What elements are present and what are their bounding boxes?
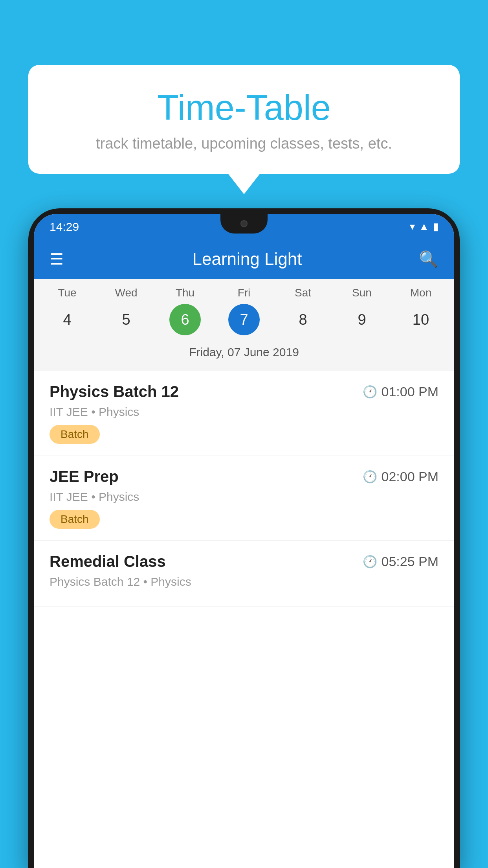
class-time-3: 🕐 05:25 PM	[363, 554, 438, 569]
clock-icon-3: 🕐	[363, 555, 377, 568]
clock-icon-2: 🕐	[363, 470, 377, 484]
batch-badge-2: Batch	[50, 510, 100, 529]
day-7-selected[interactable]: 7	[228, 304, 260, 335]
day-numbers: 4 5 6 7 8 9 10	[34, 304, 454, 335]
selected-date-label: Friday, 07 June 2019	[34, 342, 454, 367]
app-title: Learning Light	[75, 249, 419, 269]
wifi-icon: ▾	[410, 221, 415, 233]
day-label-mon: Mon	[397, 287, 444, 299]
day-label-sat: Sat	[279, 287, 327, 299]
hamburger-icon[interactable]: ☰	[50, 250, 64, 268]
bubble-subtitle: track timetable, upcoming classes, tests…	[48, 135, 440, 152]
day-10[interactable]: 10	[405, 304, 437, 335]
speech-bubble: Time-Table track timetable, upcoming cla…	[28, 65, 460, 174]
status-icons: ▾ ▲ ▮	[410, 221, 438, 233]
day-label-wed: Wed	[103, 287, 150, 299]
class-name-1: Physics Batch 12	[50, 383, 179, 401]
phone-screen: 14:29 ▾ ▲ ▮ ☰ Learning Light 🔍 Tue Wed T…	[34, 214, 454, 868]
status-time: 14:29	[50, 220, 79, 234]
bubble-title: Time-Table	[48, 88, 440, 127]
calendar-strip: Tue Wed Thu Fri Sat Sun Mon 4 5 6 7 8 9 …	[34, 279, 454, 371]
batch-badge-1: Batch	[50, 425, 100, 444]
class-meta-1: IIT JEE • Physics	[50, 405, 438, 419]
phone-notch	[220, 214, 268, 234]
search-icon[interactable]: 🔍	[419, 250, 438, 268]
camera	[240, 220, 248, 227]
clock-icon-1: 🕐	[363, 385, 377, 399]
class-header-2: JEE Prep 🕐 02:00 PM	[50, 468, 438, 485]
class-header-3: Remedial Class 🕐 05:25 PM	[50, 553, 438, 570]
class-name-3: Remedial Class	[50, 553, 166, 570]
day-label-fri: Fri	[220, 287, 268, 299]
class-item-1[interactable]: Physics Batch 12 🕐 01:00 PM IIT JEE • Ph…	[34, 371, 454, 456]
class-meta-2: IIT JEE • Physics	[50, 490, 438, 504]
day-5[interactable]: 5	[110, 304, 142, 335]
day-8[interactable]: 8	[287, 304, 319, 335]
day-labels: Tue Wed Thu Fri Sat Sun Mon	[34, 287, 454, 299]
day-label-thu: Thu	[161, 287, 209, 299]
day-9[interactable]: 9	[346, 304, 378, 335]
phone-frame: 14:29 ▾ ▲ ▮ ☰ Learning Light 🔍 Tue Wed T…	[28, 208, 460, 868]
class-time-value-1: 01:00 PM	[381, 384, 438, 399]
class-time-2: 🕐 02:00 PM	[363, 469, 438, 484]
day-label-tue: Tue	[44, 287, 91, 299]
class-time-value-3: 05:25 PM	[381, 554, 438, 569]
signal-icon: ▲	[419, 221, 429, 233]
status-bar: 14:29 ▾ ▲ ▮	[34, 214, 454, 239]
class-time-value-2: 02:00 PM	[381, 469, 438, 484]
day-label-sun: Sun	[338, 287, 385, 299]
class-list: Physics Batch 12 🕐 01:00 PM IIT JEE • Ph…	[34, 371, 454, 607]
battery-icon: ▮	[433, 221, 438, 233]
class-header-1: Physics Batch 12 🕐 01:00 PM	[50, 383, 438, 401]
class-meta-3: Physics Batch 12 • Physics	[50, 575, 438, 588]
class-time-1: 🕐 01:00 PM	[363, 384, 438, 399]
class-item-2[interactable]: JEE Prep 🕐 02:00 PM IIT JEE • Physics Ba…	[34, 456, 454, 541]
class-name-2: JEE Prep	[50, 468, 119, 485]
app-bar: ☰ Learning Light 🔍	[34, 239, 454, 279]
day-6-today[interactable]: 6	[169, 304, 201, 335]
class-item-3[interactable]: Remedial Class 🕐 05:25 PM Physics Batch …	[34, 541, 454, 607]
day-4[interactable]: 4	[51, 304, 83, 335]
